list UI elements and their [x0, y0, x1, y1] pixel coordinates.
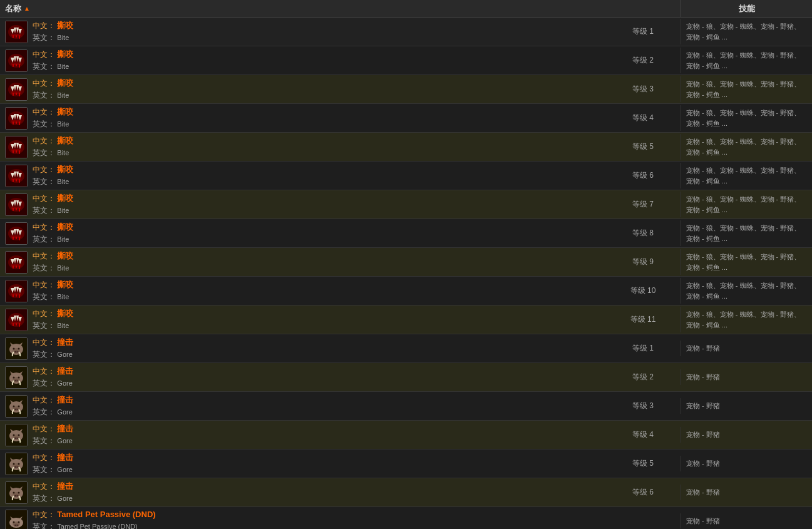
svg-rect-8: [16, 35, 17, 38]
name-en: 英文： Gore: [33, 378, 73, 389]
svg-point-143: [14, 436, 19, 439]
col-name-label: 名称: [5, 3, 21, 14]
name-text: 中文： 撕咬 英文： Bite: [33, 308, 73, 331]
name-text: 中文： 撕咬 英文： Bite: [33, 106, 73, 130]
col-level: 等级 2: [605, 372, 681, 383]
col-name: 中文： 撕咬 英文： Bite: [0, 219, 605, 247]
name-zh: 中文： 撕咬: [33, 193, 73, 204]
col-level: 等级 6: [605, 170, 681, 181]
col-name: 中文： 撞击 英文： Gore: [0, 392, 605, 420]
bite-icon: [5, 107, 28, 130]
table-row[interactable]: 中文： 撕咬 英文： Bite 等级 6 宠物 - 狼、宠物 - 蜘蛛、宠物 -…: [0, 162, 812, 190]
svg-point-124: [15, 380, 16, 381]
svg-rect-57: [13, 179, 14, 182]
col-skill: 宠物 - 野猪: [681, 369, 812, 385]
col-level: 等级 1: [605, 26, 681, 37]
svg-rect-67: [13, 208, 14, 211]
svg-rect-19: [19, 64, 20, 68]
col-skill: 宠物 - 野猪: [681, 427, 812, 443]
table-row[interactable]: 中文： 撕咬 英文： Bite 等级 3 宠物 - 狼、宠物 - 蜘蛛、宠物 -…: [0, 75, 812, 104]
svg-point-144: [15, 438, 16, 439]
svg-point-114: [15, 351, 16, 352]
svg-point-178: [13, 521, 15, 523]
col-level: 等级 4: [605, 429, 681, 440]
svg-point-123: [14, 379, 19, 382]
svg-point-163: [14, 494, 19, 497]
svg-rect-29: [19, 93, 20, 96]
svg-rect-7: [13, 35, 14, 38]
name-zh: 中文： 撕咬: [33, 308, 73, 319]
col-name: 中文： 撕咬 英文： Bite: [0, 18, 605, 46]
table-row[interactable]: 中文： 撞击 英文： Gore 等级 3 宠物 - 野猪: [0, 392, 812, 421]
col-skill: 宠物 - 狼、宠物 - 蜘蛛、宠物 - 野猪、宠物 - 鳄鱼 ...: [681, 192, 812, 217]
name-zh: 中文： 撕咬: [33, 164, 73, 175]
svg-rect-108: [16, 323, 17, 326]
col-skill: 宠物 - 野猪: [681, 341, 812, 356]
bite-icon: [5, 78, 28, 101]
table-row[interactable]: 中文： 撞击 英文： Gore 等级 4 宠物 - 野猪: [0, 421, 812, 449]
name-text: 中文： 撕咬 英文： Bite: [33, 279, 73, 302]
name-en: 英文： Bite: [33, 205, 73, 216]
table-row[interactable]: 中文： 撞击 英文： Gore 等级 2 宠物 - 野猪: [0, 363, 812, 392]
table-row[interactable]: 中文： 撕咬 英文： Bite 等级 9 宠物 - 狼、宠物 - 蜘蛛、宠物 -…: [0, 248, 812, 277]
name-text: 中文： 撞击 英文： Gore: [33, 394, 73, 418]
name-zh: 中文： 撕咬: [33, 250, 73, 262]
name-text: 中文： 撞击 英文： Gore: [33, 337, 73, 360]
table-row[interactable]: 中文： 撞击 英文： Gore 等级 5 宠物 - 野猪: [0, 449, 812, 478]
col-name-header[interactable]: 名称 ▲: [0, 3, 605, 14]
svg-point-168: [13, 491, 15, 493]
svg-rect-107: [13, 323, 14, 326]
table-row[interactable]: 中文： 撕咬 英文： Bite 等级 4 宠物 - 狼、宠物 - 蜘蛛、宠物 -…: [0, 104, 812, 133]
svg-point-158: [13, 463, 15, 465]
col-skill: 宠物 - 狼、宠物 - 蜘蛛、宠物 - 野猪、宠物 - 鳄鱼 ...: [681, 105, 812, 131]
col-level: 等级 5: [605, 141, 681, 152]
col-skill: 宠物 - 狼、宠物 - 蜘蛛、宠物 - 野猪、宠物 - 鳄鱼 ...: [681, 307, 812, 332]
svg-rect-77: [13, 237, 14, 240]
svg-rect-9: [19, 35, 20, 39]
svg-rect-18: [16, 64, 17, 66]
name-en: 英文： Tamed Pet Passive (DND): [33, 521, 156, 529]
svg-point-153: [14, 465, 19, 468]
name-zh: 中文： 撕咬: [33, 279, 73, 290]
table-row[interactable]: 中文： 撕咬 英文： Bite 等级 5 宠物 - 狼、宠物 - 蜘蛛、宠物 -…: [0, 133, 812, 162]
col-skill: 宠物 - 狼、宠物 - 蜘蛛、宠物 - 野猪、宠物 - 鳄鱼 ...: [681, 134, 812, 160]
svg-point-159: [18, 463, 20, 465]
svg-rect-97: [13, 294, 14, 297]
svg-rect-98: [16, 294, 17, 297]
bite-icon: [5, 280, 28, 302]
table-row[interactable]: 中文： 撕咬 英文： Bite 等级 11 宠物 - 狼、宠物 - 蜘蛛、宠物 …: [0, 306, 812, 334]
bite-icon: [5, 251, 28, 274]
table-row[interactable]: 中文： 撕咬 英文： Bite 等级 10 宠物 - 狼、宠物 - 蜘蛛、宠物 …: [0, 277, 812, 306]
svg-point-135: [17, 409, 18, 410]
svg-point-179: [18, 521, 20, 523]
table-row[interactable]: 中文： 撞击 英文： Gore 等级 1 宠物 - 野猪: [0, 334, 812, 363]
col-skill: 宠物 - 野猪: [681, 456, 812, 471]
col-name: 中文： 撞击 英文： Gore: [0, 334, 605, 362]
col-skill: 宠物 - 野猪: [681, 513, 812, 529]
svg-point-133: [14, 408, 19, 411]
col-name: 中文： 撞击 英文： Gore: [0, 421, 605, 449]
table-row[interactable]: 中文： 撞击 英文： Gore 等级 6 宠物 - 野猪: [0, 478, 812, 507]
name-text: 中文： 撕咬 英文： Bite: [33, 250, 73, 274]
table-row[interactable]: 中文： 撕咬 英文： Bite 等级 2 宠物 - 狼、宠物 - 蜘蛛、宠物 -…: [0, 46, 812, 75]
bite-icon: [5, 49, 28, 72]
table-row[interactable]: 中文： Tamed Pet Passive (DND) 英文： Tamed Pe…: [0, 507, 812, 529]
name-en: 英文： Bite: [33, 234, 73, 245]
col-name: 中文： 撕咬 英文： Bite: [0, 104, 605, 132]
col-level: 等级 4: [605, 113, 681, 123]
name-en: 英文： Bite: [33, 148, 73, 158]
col-name: 中文： 撕咬 英文： Bite: [0, 75, 605, 103]
svg-point-128: [13, 376, 15, 378]
name-en: 英文： Bite: [33, 33, 73, 43]
svg-point-175: [17, 525, 18, 526]
name-en: 英文： Gore: [33, 493, 73, 504]
table-row[interactable]: 中文： 撕咬 英文： Bite 等级 7 宠物 - 狼、宠物 - 蜘蛛、宠物 -…: [0, 190, 812, 219]
bite-icon: [5, 21, 28, 43]
name-en: 英文： Bite: [33, 263, 73, 274]
table-row[interactable]: 中文： 撕咬 英文： Bite 等级 8 宠物 - 狼、宠物 - 蜘蛛、宠物 -…: [0, 219, 812, 248]
table-row[interactable]: 中文： 撕咬 英文： Bite 等级 1 宠物 - 狼、宠物 - 蜘蛛、宠物 -…: [0, 18, 812, 46]
bite-icon: [5, 222, 28, 245]
svg-point-139: [18, 405, 20, 407]
svg-point-125: [17, 380, 18, 381]
name-text: 中文： 撞击 英文： Gore: [33, 452, 73, 475]
